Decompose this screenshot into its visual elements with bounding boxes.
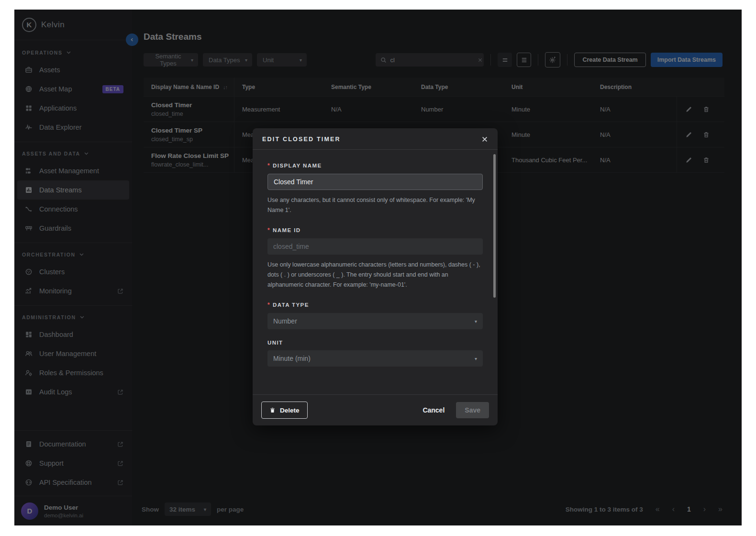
close-icon[interactable] — [481, 136, 488, 143]
required-asterisk: * — [267, 162, 270, 169]
required-asterisk: * — [267, 302, 270, 308]
display-name-help: Use any characters, but it cannot consis… — [267, 195, 483, 215]
required-asterisk: * — [267, 227, 270, 234]
caret-down-icon: ▾ — [475, 356, 477, 361]
name-id-input — [267, 238, 483, 255]
modal-scrollbar[interactable] — [493, 154, 496, 298]
display-name-input[interactable] — [267, 174, 483, 190]
name-id-help: Use only lowercase alphanumeric characte… — [267, 260, 483, 290]
save-button: Save — [456, 402, 489, 418]
caret-down-icon: ▾ — [475, 319, 477, 324]
app-window: K Kelvin OPERATIONS Assets Asset Map BET… — [14, 10, 742, 525]
data-type-select[interactable]: Number▾ — [267, 313, 483, 329]
display-name-label: * DISPLAY NAME — [267, 162, 483, 169]
edit-data-stream-modal: EDIT CLOSED TIMER * DISPLAY NAME Use any… — [253, 128, 498, 425]
trash-icon — [269, 407, 276, 413]
unit-label: UNIT — [267, 340, 483, 346]
cancel-button[interactable]: Cancel — [418, 406, 449, 414]
delete-button[interactable]: Delete — [261, 402, 308, 419]
data-type-label: * DATA TYPE — [267, 302, 483, 308]
modal-title: EDIT CLOSED TIMER — [262, 136, 341, 143]
name-id-label: * NAME ID — [267, 227, 483, 234]
unit-select[interactable]: Minute (min)▾ — [267, 350, 483, 367]
